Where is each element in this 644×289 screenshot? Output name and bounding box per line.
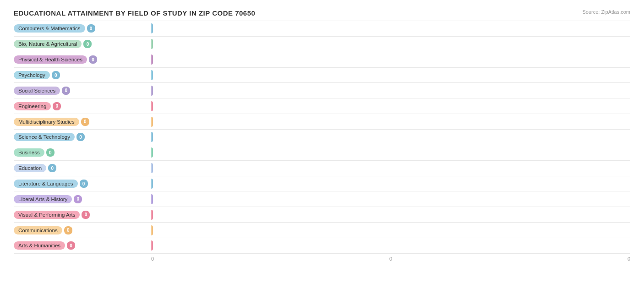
y-label-row-science: Science & Technology0 xyxy=(14,130,151,145)
bar-multidisc xyxy=(151,117,153,127)
value-badge-bio: 0 xyxy=(83,40,92,48)
bar-label-science: Science & Technology xyxy=(14,133,75,141)
value-badge-multidisc: 0 xyxy=(81,118,89,126)
chart-title: EDUCATIONAL ATTAINMENT BY FIELD OF STUDY… xyxy=(14,9,630,17)
value-badge-physical: 0 xyxy=(89,55,97,64)
bar-label-multidisc: Multidisciplinary Studies xyxy=(14,118,79,126)
bar-row-arts xyxy=(151,238,630,254)
value-badge-education: 0 xyxy=(48,164,56,172)
bar-label-psychology: Psychology xyxy=(14,71,50,79)
x-axis: 000 xyxy=(14,256,630,262)
bar-row-engineering xyxy=(151,98,630,114)
bar-label-arts: Arts & Humanities xyxy=(14,241,65,250)
y-label-row-communications: Communications0 xyxy=(14,223,151,238)
bar-row-literature xyxy=(151,176,630,192)
y-label-row-bio: Bio, Nature & Agricultural0 xyxy=(14,37,151,52)
bar-row-social xyxy=(151,83,630,98)
bar-label-communications: Communications xyxy=(14,226,62,234)
value-badge-business: 0 xyxy=(46,148,55,157)
bar-label-business: Business xyxy=(14,148,44,157)
y-label-row-business: Business0 xyxy=(14,145,151,161)
chart-container: EDUCATIONAL ATTAINMENT BY FIELD OF STUDY… xyxy=(0,0,644,289)
source-text: Source: ZipAtlas.com xyxy=(582,9,630,15)
bar-label-education: Education xyxy=(14,164,46,172)
bar-label-physical: Physical & Health Sciences xyxy=(14,55,87,64)
bar-row-computers xyxy=(151,21,630,37)
bar-row-communications xyxy=(151,223,630,238)
bar-row-visual xyxy=(151,207,630,223)
value-badge-social: 0 xyxy=(62,87,70,95)
bar-label-engineering: Engineering xyxy=(14,102,51,110)
bar-label-visual: Visual & Performing Arts xyxy=(14,211,80,219)
bar-label-bio: Bio, Nature & Agricultural xyxy=(14,40,82,48)
bar-label-computers: Computers & Mathematics xyxy=(14,24,85,33)
y-label-row-arts: Arts & Humanities0 xyxy=(14,238,151,254)
y-label-row-education: Education0 xyxy=(14,161,151,176)
bar-arts xyxy=(151,240,153,251)
bar-label-social: Social Sciences xyxy=(14,87,60,95)
bar-row-bio xyxy=(151,37,630,52)
value-badge-visual: 0 xyxy=(82,211,90,219)
bar-communications xyxy=(151,225,153,235)
y-label-row-multidisc: Multidisciplinary Studies0 xyxy=(14,114,151,130)
y-label-row-engineering: Engineering0 xyxy=(14,98,151,114)
x-tick-2: 0 xyxy=(628,256,630,262)
value-badge-science: 0 xyxy=(76,133,85,141)
bar-bio xyxy=(151,39,153,49)
y-label-row-visual: Visual & Performing Arts0 xyxy=(14,207,151,223)
bar-psychology xyxy=(151,70,153,80)
bar-row-multidisc xyxy=(151,114,630,130)
value-badge-arts: 0 xyxy=(67,241,75,250)
value-badge-psychology: 0 xyxy=(52,71,60,79)
value-badge-communications: 0 xyxy=(64,226,72,234)
value-badge-engineering: 0 xyxy=(53,102,61,110)
bar-physical xyxy=(151,55,153,65)
bar-row-business xyxy=(151,145,630,161)
bar-row-liberal xyxy=(151,191,630,207)
bar-row-education xyxy=(151,161,630,176)
bar-liberal xyxy=(151,194,153,204)
bar-computers xyxy=(151,23,153,33)
value-badge-computers: 0 xyxy=(87,24,95,33)
y-label-row-psychology: Psychology0 xyxy=(14,68,151,83)
value-badge-literature: 0 xyxy=(80,180,88,188)
y-label-row-physical: Physical & Health Sciences0 xyxy=(14,52,151,68)
y-label-row-liberal: Liberal Arts & History0 xyxy=(14,191,151,207)
bar-education xyxy=(151,163,153,173)
x-tick-1: 0 xyxy=(389,256,392,262)
bar-label-literature: Literature & Languages xyxy=(14,180,78,188)
bar-label-liberal: Liberal Arts & History xyxy=(14,195,72,203)
bar-business xyxy=(151,147,153,158)
y-label-row-social: Social Sciences0 xyxy=(14,83,151,98)
bar-literature xyxy=(151,179,153,189)
y-label-row-literature: Literature & Languages0 xyxy=(14,176,151,192)
bar-science xyxy=(151,132,153,142)
bar-social xyxy=(151,86,153,96)
bar-visual xyxy=(151,210,153,220)
bar-chart-area xyxy=(151,21,630,254)
y-label-row-computers: Computers & Mathematics0 xyxy=(14,21,151,37)
bar-engineering xyxy=(151,101,153,111)
value-badge-liberal: 0 xyxy=(74,195,82,203)
x-tick-0: 0 xyxy=(151,256,154,262)
bar-row-physical xyxy=(151,52,630,68)
bar-row-psychology xyxy=(151,68,630,83)
y-axis-labels: Computers & Mathematics0Bio, Nature & Ag… xyxy=(14,21,151,254)
bar-row-science xyxy=(151,130,630,145)
